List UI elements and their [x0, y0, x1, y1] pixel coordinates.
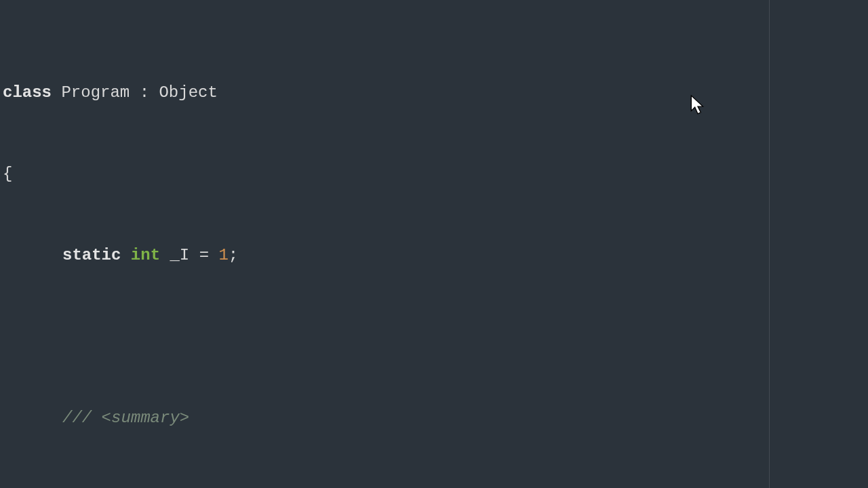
number-literal: 1: [218, 246, 228, 264]
xml-doc-comment: /// <summary>: [62, 409, 189, 427]
code-line[interactable]: /// <summary>: [0, 408, 868, 428]
code-line[interactable]: class Program : Object: [0, 83, 868, 103]
code-editor[interactable]: class Program : Object { static int _I =…: [0, 0, 868, 488]
brace-open: {: [3, 165, 12, 183]
code-text: _I =: [170, 246, 218, 264]
code-text: ;: [229, 246, 238, 264]
code-line-blank[interactable]: [0, 327, 868, 347]
code-line[interactable]: static int _I = 1;: [0, 245, 868, 266]
keyword-static: static: [62, 246, 131, 264]
keyword-class: class: [3, 83, 61, 102]
code-text: Program : Object: [61, 83, 217, 102]
type-int: int: [131, 246, 170, 264]
code-line[interactable]: {: [0, 164, 868, 184]
